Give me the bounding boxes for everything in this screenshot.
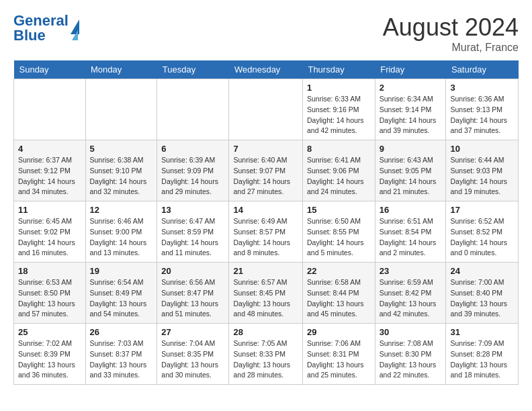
header-day-friday: Friday	[375, 60, 446, 79]
calendar-cell: 9Sunrise: 6:43 AMSunset: 9:05 PMDaylight…	[375, 140, 446, 201]
header-day-monday: Monday	[85, 60, 157, 79]
header-row: SundayMondayTuesdayWednesdayThursdayFrid…	[14, 60, 519, 79]
calendar-cell: 14Sunrise: 6:49 AMSunset: 8:57 PMDayligh…	[229, 201, 303, 263]
header-day-wednesday: Wednesday	[229, 60, 303, 79]
day-number: 23	[380, 266, 442, 276]
day-number: 6	[161, 144, 224, 154]
day-number: 16	[380, 205, 442, 215]
day-number: 18	[18, 266, 81, 276]
day-number: 17	[450, 205, 514, 215]
calendar-cell: 13Sunrise: 6:47 AMSunset: 8:59 PMDayligh…	[157, 201, 229, 263]
day-number: 19	[90, 266, 153, 276]
calendar-cell: 24Sunrise: 7:00 AMSunset: 8:40 PMDayligh…	[446, 263, 519, 324]
day-number: 11	[18, 205, 81, 215]
day-number: 1	[307, 83, 371, 93]
day-info: Sunrise: 6:52 AMSunset: 8:52 PMDaylight:…	[450, 216, 514, 259]
calendar-cell: 28Sunrise: 7:05 AMSunset: 8:33 PMDayligh…	[229, 324, 303, 385]
day-info: Sunrise: 6:50 AMSunset: 8:55 PMDaylight:…	[307, 216, 371, 259]
calendar-cell: 8Sunrise: 6:41 AMSunset: 9:06 PMDaylight…	[302, 140, 375, 201]
day-info: Sunrise: 6:41 AMSunset: 9:06 PMDaylight:…	[307, 155, 371, 197]
day-number: 22	[307, 266, 371, 276]
header-day-thursday: Thursday	[302, 60, 375, 79]
day-info: Sunrise: 6:45 AMSunset: 9:02 PMDaylight:…	[18, 216, 81, 259]
week-row-1: 4Sunrise: 6:37 AMSunset: 9:12 PMDaylight…	[14, 140, 519, 201]
calendar-cell: 22Sunrise: 6:58 AMSunset: 8:44 PMDayligh…	[302, 263, 375, 324]
day-number: 28	[233, 327, 298, 337]
day-info: Sunrise: 6:47 AMSunset: 8:59 PMDaylight:…	[161, 216, 224, 259]
calendar-cell: 11Sunrise: 6:45 AMSunset: 9:02 PMDayligh…	[14, 201, 86, 263]
calendar-cell: 20Sunrise: 6:56 AMSunset: 8:47 PMDayligh…	[157, 263, 229, 324]
week-row-4: 25Sunrise: 7:02 AMSunset: 8:39 PMDayligh…	[14, 324, 519, 385]
calendar-cell	[157, 79, 229, 140]
day-info: Sunrise: 6:44 AMSunset: 9:03 PMDaylight:…	[450, 155, 514, 197]
day-number: 4	[18, 144, 81, 154]
week-row-3: 18Sunrise: 6:53 AMSunset: 8:50 PMDayligh…	[14, 263, 519, 324]
day-info: Sunrise: 6:59 AMSunset: 8:42 PMDaylight:…	[380, 277, 442, 320]
header-day-tuesday: Tuesday	[157, 60, 229, 79]
day-info: Sunrise: 6:46 AMSunset: 9:00 PMDaylight:…	[90, 216, 153, 259]
calendar-cell: 16Sunrise: 6:51 AMSunset: 8:54 PMDayligh…	[375, 201, 446, 263]
day-number: 14	[233, 205, 298, 215]
day-info: Sunrise: 6:58 AMSunset: 8:44 PMDaylight:…	[307, 277, 371, 320]
header-day-saturday: Saturday	[446, 60, 519, 79]
calendar-cell: 31Sunrise: 7:09 AMSunset: 8:28 PMDayligh…	[446, 324, 519, 385]
day-number: 31	[450, 327, 514, 337]
header-day-sunday: Sunday	[14, 60, 86, 79]
calendar-cell: 30Sunrise: 7:08 AMSunset: 8:30 PMDayligh…	[375, 324, 446, 385]
calendar-cell: 15Sunrise: 6:50 AMSunset: 8:55 PMDayligh…	[302, 201, 375, 263]
week-row-0: 1Sunrise: 6:33 AMSunset: 9:16 PMDaylight…	[14, 79, 519, 140]
calendar-body: 1Sunrise: 6:33 AMSunset: 9:16 PMDaylight…	[14, 79, 519, 385]
week-row-2: 11Sunrise: 6:45 AMSunset: 9:02 PMDayligh…	[14, 201, 519, 263]
day-info: Sunrise: 6:37 AMSunset: 9:12 PMDaylight:…	[18, 155, 81, 197]
day-number: 26	[90, 327, 153, 337]
day-info: Sunrise: 6:54 AMSunset: 8:49 PMDaylight:…	[90, 277, 153, 320]
calendar-cell: 18Sunrise: 6:53 AMSunset: 8:50 PMDayligh…	[14, 263, 86, 324]
calendar-cell: 25Sunrise: 7:02 AMSunset: 8:39 PMDayligh…	[14, 324, 86, 385]
logo: GeneralBlue	[13, 13, 82, 43]
calendar-table: SundayMondayTuesdayWednesdayThursdayFrid…	[13, 60, 519, 385]
location: Murat, France	[383, 42, 519, 54]
day-info: Sunrise: 7:03 AMSunset: 8:37 PMDaylight:…	[90, 338, 153, 381]
calendar-cell: 10Sunrise: 6:44 AMSunset: 9:03 PMDayligh…	[446, 140, 519, 201]
calendar-cell	[229, 79, 303, 140]
day-number: 5	[90, 144, 153, 154]
day-number: 29	[307, 327, 371, 337]
day-info: Sunrise: 7:02 AMSunset: 8:39 PMDaylight:…	[18, 338, 81, 381]
calendar-cell: 5Sunrise: 6:38 AMSunset: 9:10 PMDaylight…	[85, 140, 157, 201]
calendar-cell: 26Sunrise: 7:03 AMSunset: 8:37 PMDayligh…	[85, 324, 157, 385]
day-info: Sunrise: 7:04 AMSunset: 8:35 PMDaylight:…	[161, 338, 224, 381]
logo-text: GeneralBlue	[13, 13, 69, 43]
calendar-cell: 29Sunrise: 7:06 AMSunset: 8:31 PMDayligh…	[302, 324, 375, 385]
day-info: Sunrise: 6:43 AMSunset: 9:05 PMDaylight:…	[380, 155, 442, 197]
day-info: Sunrise: 7:08 AMSunset: 8:30 PMDaylight:…	[380, 338, 442, 381]
day-number: 9	[380, 144, 442, 154]
calendar-cell: 6Sunrise: 6:39 AMSunset: 9:09 PMDaylight…	[157, 140, 229, 201]
day-number: 30	[380, 327, 442, 337]
day-info: Sunrise: 6:53 AMSunset: 8:50 PMDaylight:…	[18, 277, 81, 320]
day-info: Sunrise: 6:39 AMSunset: 9:09 PMDaylight:…	[161, 155, 224, 197]
day-info: Sunrise: 6:38 AMSunset: 9:10 PMDaylight:…	[90, 155, 153, 197]
day-info: Sunrise: 6:57 AMSunset: 8:45 PMDaylight:…	[233, 277, 298, 320]
day-info: Sunrise: 6:51 AMSunset: 8:54 PMDaylight:…	[380, 216, 442, 259]
calendar-cell: 1Sunrise: 6:33 AMSunset: 9:16 PMDaylight…	[302, 79, 375, 140]
day-number: 24	[450, 266, 514, 276]
calendar-cell: 2Sunrise: 6:34 AMSunset: 9:14 PMDaylight…	[375, 79, 446, 140]
day-info: Sunrise: 6:34 AMSunset: 9:14 PMDaylight:…	[380, 94, 442, 136]
calendar-cell: 27Sunrise: 7:04 AMSunset: 8:35 PMDayligh…	[157, 324, 229, 385]
calendar-cell	[14, 79, 86, 140]
calendar-cell: 21Sunrise: 6:57 AMSunset: 8:45 PMDayligh…	[229, 263, 303, 324]
day-number: 20	[161, 266, 224, 276]
day-number: 3	[450, 83, 514, 93]
day-number: 25	[18, 327, 81, 337]
day-number: 7	[233, 144, 298, 154]
day-number: 2	[380, 83, 442, 93]
month-title: August 2024	[383, 13, 519, 42]
day-info: Sunrise: 6:56 AMSunset: 8:47 PMDaylight:…	[161, 277, 224, 320]
calendar-cell: 4Sunrise: 6:37 AMSunset: 9:12 PMDaylight…	[14, 140, 86, 201]
day-number: 8	[307, 144, 371, 154]
day-info: Sunrise: 6:49 AMSunset: 8:57 PMDaylight:…	[233, 216, 298, 259]
day-info: Sunrise: 7:09 AMSunset: 8:28 PMDaylight:…	[450, 338, 514, 381]
day-info: Sunrise: 6:36 AMSunset: 9:13 PMDaylight:…	[450, 94, 514, 136]
calendar-cell: 17Sunrise: 6:52 AMSunset: 8:52 PMDayligh…	[446, 201, 519, 263]
calendar-cell: 3Sunrise: 6:36 AMSunset: 9:13 PMDaylight…	[446, 79, 519, 140]
